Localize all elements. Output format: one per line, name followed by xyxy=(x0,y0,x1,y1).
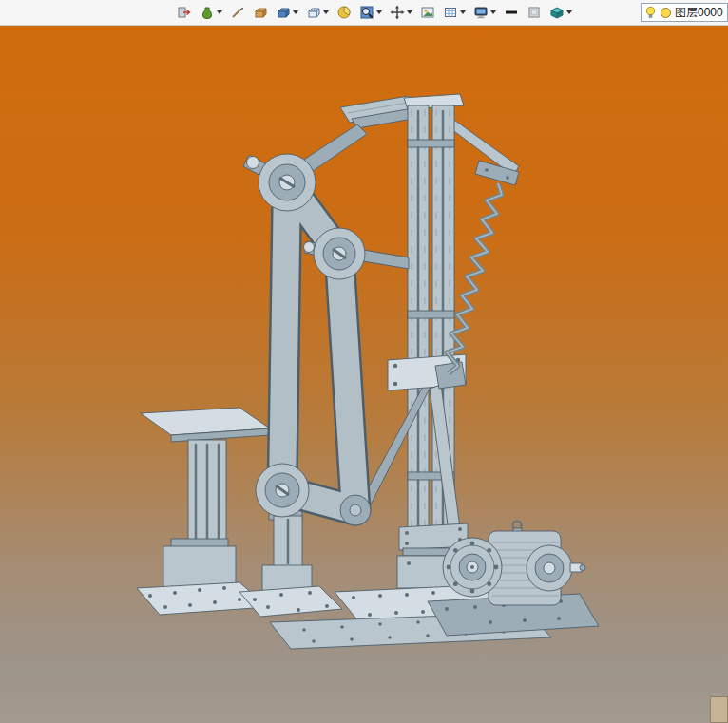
grid-icon[interactable] xyxy=(441,1,468,24)
image-view-icon[interactable] xyxy=(418,1,437,24)
scrollbar-corner[interactable] xyxy=(710,696,728,723)
extrude-icon[interactable] xyxy=(274,1,300,24)
3d-viewport[interactable] xyxy=(0,26,728,723)
knife-icon[interactable] xyxy=(228,1,247,24)
main-toolbar: 图层0000 xyxy=(0,0,728,26)
chevron-down-icon xyxy=(323,10,329,14)
line-width-icon[interactable] xyxy=(502,1,521,24)
boolean-cube-icon[interactable] xyxy=(304,1,331,24)
tension-spring[interactable] xyxy=(447,183,502,373)
output-flange[interactable] xyxy=(443,538,502,597)
chevron-down-icon xyxy=(217,10,222,14)
application-window: 图层0000 xyxy=(0,0,728,723)
chevron-down-icon xyxy=(293,10,298,14)
solid-block-icon[interactable] xyxy=(251,1,270,24)
tension-roller[interactable] xyxy=(340,495,371,525)
chevron-down-icon xyxy=(376,10,382,14)
chevron-down-icon xyxy=(407,10,412,14)
cad-model[interactable] xyxy=(0,26,728,723)
upper-pulley[interactable] xyxy=(243,154,316,211)
chevron-down-icon xyxy=(566,10,572,14)
move-icon[interactable] xyxy=(388,1,414,24)
layer-name: 图层0000 xyxy=(675,5,723,21)
exit-icon[interactable] xyxy=(175,1,194,24)
render-mode-icon[interactable] xyxy=(547,1,574,24)
color-swatch-icon[interactable] xyxy=(525,1,544,24)
sphere-icon[interactable] xyxy=(335,1,354,24)
support-table[interactable] xyxy=(137,408,270,615)
zoom-icon[interactable] xyxy=(357,1,384,24)
lightbulb-icon xyxy=(644,6,657,19)
material-icon[interactable] xyxy=(198,1,224,24)
chevron-down-icon xyxy=(490,10,496,14)
layer-color-icon xyxy=(660,7,672,19)
layer-select[interactable]: 图层0000 xyxy=(641,3,728,22)
display-icon[interactable] xyxy=(471,1,498,24)
chevron-down-icon xyxy=(460,10,466,14)
lower-pulley[interactable] xyxy=(256,464,309,517)
